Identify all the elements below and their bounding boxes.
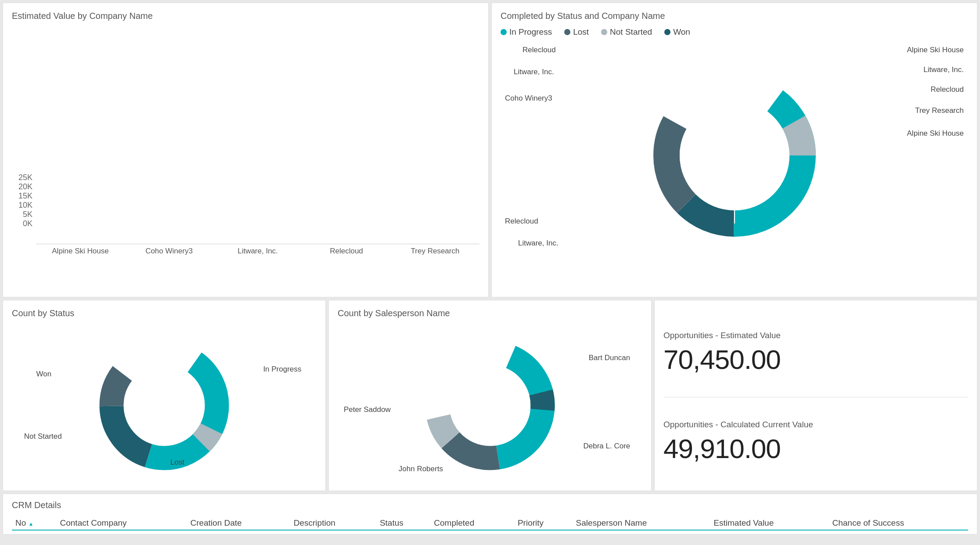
crm-table-title: CRM Details: [12, 500, 968, 510]
crm-header-row: No ▲ Contact Company Creation Date Descr…: [12, 516, 968, 530]
status-donut-card: Count by Status In Progress Won Not S: [3, 300, 326, 491]
label-alpine-ski-house-2: Alpine Ski House: [907, 129, 964, 138]
y-label-15k: 15K: [12, 191, 36, 201]
y-label-10k: 10K: [12, 201, 36, 210]
label-in-progress: In Progress: [263, 365, 301, 374]
salesperson-donut-title: Count by Salesperson Name: [338, 308, 642, 318]
svg-point-11: [124, 365, 205, 446]
y-label-5k: 5K: [12, 210, 36, 219]
salesperson-donut-area: Bart Duncan Debra L. Core John Roberts P…: [338, 325, 642, 486]
label-debra-core: Debra L. Core: [583, 442, 630, 451]
x-label-alpine: Alpine Ski House: [36, 244, 125, 256]
crm-table: No ▲ Contact Company Creation Date Descr…: [12, 516, 968, 531]
donut-right-svg: [642, 63, 827, 248]
legend-dot-in-progress: [501, 29, 507, 35]
kpi-current-section: Opportunities - Calculated Current Value…: [663, 397, 968, 486]
bar-chart-card: Estimated Value by Company Name 25K 20K …: [3, 3, 489, 297]
kpi-current-label: Opportunities - Calculated Current Value: [663, 420, 968, 430]
bar-chart-area: 25K 20K 15K 10K 5K 0K: [12, 27, 479, 256]
crm-table-card: CRM Details No ▲ Contact Company Creatio…: [3, 494, 977, 534]
legend-lost: Lost: [564, 27, 589, 37]
sort-icon-no: ▲: [29, 521, 34, 527]
col-chance-of-success[interactable]: Chance of Success: [829, 516, 968, 530]
legend-label-in-progress: In Progress: [509, 27, 552, 37]
legend-not-started: Not Started: [601, 27, 652, 37]
col-creation-date[interactable]: Creation Date: [187, 516, 290, 530]
label-won: Won: [36, 370, 52, 379]
kpi-estimated-section: Opportunities - Estimated Value 70,450.0…: [663, 308, 968, 397]
label-relecloud-1: Relecloud: [930, 85, 964, 94]
col-priority[interactable]: Priority: [514, 516, 573, 530]
kpi-estimated-value: 70,450.00: [663, 344, 968, 375]
kpi-estimated-label: Opportunities - Estimated Value: [663, 331, 968, 340]
top-row: Estimated Value by Company Name 25K 20K …: [0, 0, 980, 299]
bar-chart-inner: 25K 20K 15K 10K 5K 0K: [12, 27, 479, 244]
label-relecloud-left-top: Relecloud: [522, 46, 556, 54]
y-label-0k: 0K: [12, 219, 36, 228]
bars-container: [36, 244, 479, 244]
label-coho-winery-left: Coho Winery3: [505, 94, 552, 103]
status-donut-title: Count by Status: [12, 308, 317, 318]
dashboard: Estimated Value by Company Name 25K 20K …: [0, 0, 980, 545]
label-peter-saddow: Peter Saddow: [344, 405, 391, 414]
label-not-started: Not Started: [24, 432, 62, 441]
kpi-current-value: 49,910.00: [663, 433, 968, 464]
svg-point-16: [450, 365, 530, 446]
y-label-20k: 20K: [12, 182, 36, 191]
label-litware-left-top: Litware, Inc.: [514, 68, 554, 76]
x-label-coho: Coho Winery3: [125, 244, 213, 256]
crm-table-header: No ▲ Contact Company Creation Date Descr…: [12, 516, 968, 530]
legend-label-lost: Lost: [573, 27, 589, 37]
svg-point-4: [680, 101, 789, 210]
donut-right-area: Alpine Ski House Litware, Inc. Relecloud…: [501, 41, 968, 270]
legend-dot-not-started: [601, 29, 607, 35]
legend-row: In Progress Lost Not Started Won: [501, 27, 968, 37]
status-donut-area: In Progress Won Not Started Lost: [12, 325, 317, 486]
donut-right-card: Completed by Status and Company Name In …: [491, 3, 977, 297]
col-salesperson-name[interactable]: Salesperson Name: [573, 516, 710, 530]
donut-right-title: Completed by Status and Company Name: [501, 11, 968, 21]
legend-dot-lost: [564, 29, 570, 35]
salesperson-donut-svg: [415, 331, 565, 480]
legend-won: Won: [664, 27, 690, 37]
status-donut-svg: [90, 331, 239, 480]
x-labels: Alpine Ski House Coho Winery3 Litware, I…: [36, 244, 479, 256]
bar-chart-title: Estimated Value by Company Name: [12, 11, 479, 21]
col-status[interactable]: Status: [376, 516, 430, 530]
col-completed[interactable]: Completed: [430, 516, 514, 530]
label-alpine-ski-house-1: Alpine Ski House: [907, 46, 964, 54]
col-contact-company[interactable]: Contact Company: [57, 516, 187, 530]
label-trey-research: Trey Research: [915, 106, 964, 115]
y-label-25k: 25K: [12, 173, 36, 182]
salesperson-donut-card: Count by Salesperson Name Bart Duncan De…: [328, 300, 652, 491]
legend-dot-won: [664, 29, 670, 35]
y-axis: 25K 20K 15K 10K 5K 0K: [12, 173, 36, 244]
middle-row: Count by Status In Progress Won Not S: [0, 299, 980, 492]
col-estimated-value[interactable]: Estimated Value: [710, 516, 829, 530]
kpi-card: Opportunities - Estimated Value 70,450.0…: [654, 300, 977, 491]
legend-label-not-started: Not Started: [610, 27, 652, 37]
x-label-trey: Trey Research: [391, 244, 479, 256]
label-relecloud-left-bot: Relecloud: [505, 217, 538, 226]
label-litware-1: Litware, Inc.: [923, 65, 964, 74]
x-label-relecloud: Relecloud: [302, 244, 391, 256]
col-description[interactable]: Description: [290, 516, 376, 530]
legend-in-progress: In Progress: [501, 27, 552, 37]
label-bart-duncan: Bart Duncan: [589, 354, 631, 362]
legend-label-won: Won: [673, 27, 690, 37]
label-litware-left-bot: Litware, Inc.: [518, 239, 558, 248]
x-label-litware: Litware, Inc.: [213, 244, 302, 256]
col-no[interactable]: No ▲: [12, 516, 57, 530]
bottom-row: CRM Details No ▲ Contact Company Creatio…: [0, 492, 980, 545]
